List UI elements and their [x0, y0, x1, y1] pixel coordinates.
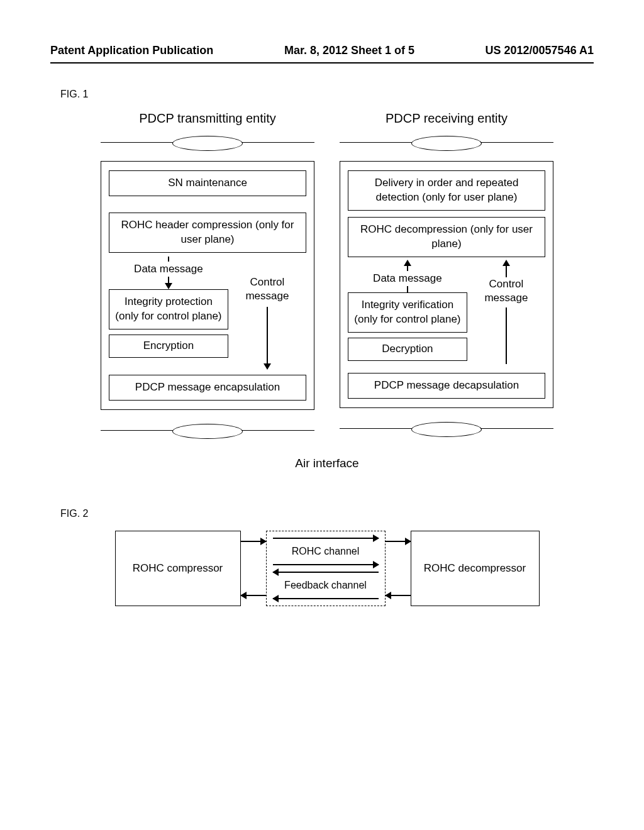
line-icon — [506, 307, 507, 364]
rx-deliver-box: Delivery in order and repeated detection… — [348, 170, 545, 211]
figure-1-label: FIG. 1 — [60, 89, 594, 100]
arrow-left-icon — [241, 595, 266, 596]
page: Patent Application Publication Mar. 8, 2… — [0, 0, 644, 631]
rx-data-msg-label: Data message — [373, 271, 442, 286]
rx-decap-box: PDCP message decapsulation — [348, 373, 545, 399]
figure-2-label: FIG. 2 — [60, 508, 594, 519]
rx-control-msg-label: Control message — [467, 277, 545, 305]
pdcp-rx-title: PDCP receiving entity — [386, 111, 508, 126]
tx-data-msg-label: Data message — [134, 262, 203, 277]
rx-rohc-box: ROHC decompression (only for user plane) — [348, 217, 545, 257]
arrow-right-icon — [273, 564, 379, 565]
arrow-right-icon — [241, 541, 266, 542]
rohc-channel-label: ROHC channel — [273, 545, 379, 558]
ellipse-icon — [172, 136, 243, 151]
arrow-down-icon — [168, 257, 169, 262]
tx-split-row: Data message Integrity protection (only … — [109, 253, 306, 370]
arrow-left-icon — [273, 598, 379, 599]
rx-split-row: Data message Integrity verification (onl… — [348, 257, 545, 368]
pdcp-tx-title: PDCP transmitting entity — [139, 111, 276, 126]
header-right: US 2012/0057546 A1 — [486, 44, 594, 57]
ellipse-icon — [411, 136, 482, 151]
arrow-down-icon — [264, 307, 271, 370]
rohc-decompressor-box: ROHC decompressor — [411, 531, 540, 606]
tx-integrity-box: Integrity protection (only for control p… — [109, 289, 228, 329]
pdcp-entities: PDCP transmitting entity SN maintenance … — [60, 111, 594, 449]
figure-1: FIG. 1 PDCP transmitting entity SN maint… — [60, 89, 594, 470]
figure-2: FIG. 2 ROHC compressor ROHC channel Feed… — [60, 508, 594, 606]
arrow-down-icon — [165, 277, 172, 289]
header-left: Patent Application Publication — [50, 44, 213, 57]
rx-upper-interface — [340, 131, 553, 155]
pdcp-tx-box: SN maintenance ROHC header compression (… — [101, 161, 314, 410]
rx-decrypt-box: Decryption — [348, 338, 467, 361]
tx-control-msg-label: Control message — [228, 275, 306, 303]
arrow-right-icon — [273, 538, 379, 539]
tx-upper-interface — [101, 131, 314, 155]
page-header: Patent Application Publication Mar. 8, 2… — [50, 44, 594, 57]
left-arrows — [241, 531, 266, 606]
tx-sn-box: SN maintenance — [109, 170, 306, 196]
arrow-up-icon — [404, 260, 411, 271]
header-mid: Mar. 8, 2012 Sheet 1 of 5 — [284, 44, 414, 57]
arrow-up-icon — [502, 260, 510, 277]
ellipse-icon — [411, 422, 482, 437]
line-icon — [407, 286, 408, 292]
rx-lower-interface — [340, 417, 553, 441]
figure-2-row: ROHC compressor ROHC channel Feedback ch… — [60, 531, 594, 606]
pdcp-rx-box: Delivery in order and repeated detection… — [340, 161, 553, 408]
feedback-channel-label: Feedback channel — [273, 579, 379, 592]
rx-integrity-box: Integrity verification (only for control… — [348, 292, 467, 333]
tx-rohc-box: ROHC header compression (only for user p… — [109, 213, 306, 253]
header-rule — [50, 62, 594, 64]
pdcp-rx-column: PDCP receiving entity Delivery in order … — [340, 111, 553, 449]
tx-encap-box: PDCP message encapsulation — [109, 375, 306, 401]
tx-encrypt-box: Encryption — [109, 335, 228, 358]
right-arrows — [386, 531, 411, 606]
arrow-right-icon — [386, 541, 411, 542]
ellipse-icon — [172, 424, 243, 439]
rohc-compressor-box: ROHC compressor — [115, 531, 241, 606]
pdcp-tx-column: PDCP transmitting entity SN maintenance … — [101, 111, 314, 449]
channels-box: ROHC channel Feedback channel — [266, 531, 386, 606]
arrow-left-icon — [273, 572, 379, 573]
air-interface-label: Air interface — [60, 456, 594, 470]
arrow-left-icon — [386, 595, 411, 596]
tx-lower-interface — [101, 419, 314, 443]
